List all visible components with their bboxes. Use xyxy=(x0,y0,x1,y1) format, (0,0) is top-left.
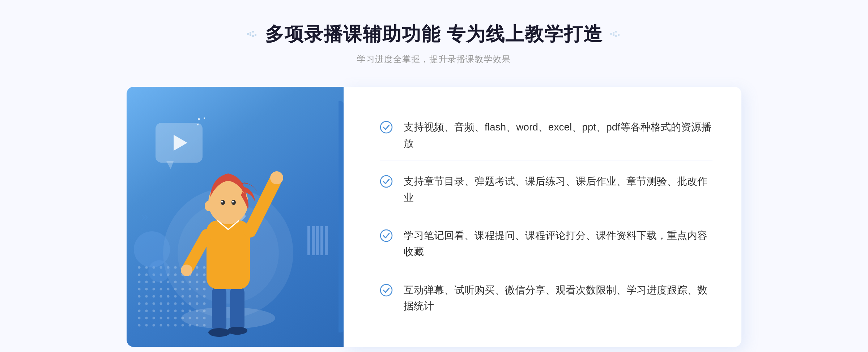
svg-point-129 xyxy=(380,121,392,133)
svg-point-122 xyxy=(232,201,234,203)
svg-point-111 xyxy=(227,327,247,335)
feature-text-2: 支持章节目录、弹题考试、课后练习、课后作业、章节测验、批改作业 xyxy=(404,173,712,206)
svg-rect-9 xyxy=(613,34,614,36)
feature-text-3: 学习笔记回看、课程提问、课程评论打分、课件资料下载，重点内容收藏 xyxy=(404,228,712,260)
svg-point-43 xyxy=(145,288,148,291)
svg-rect-6 xyxy=(610,33,612,35)
features-panel: 支持视频、音频、flash、word、excel、ppt、pdf等各种格式的资源… xyxy=(344,87,741,347)
svg-point-92 xyxy=(138,324,141,327)
feature-text-1: 支持视频、音频、flash、word、excel、ppt、pdf等各种格式的资源… xyxy=(404,119,712,152)
svg-point-54 xyxy=(153,295,155,298)
svg-point-132 xyxy=(380,284,392,296)
feature-item-4: 互动弹幕、试听购买、微信分享、观看次数限制、学习进度跟踪、数据统计 xyxy=(380,274,712,323)
svg-point-114 xyxy=(270,171,283,184)
svg-point-32 xyxy=(138,281,141,283)
check-icon-1 xyxy=(380,121,393,134)
svg-rect-0 xyxy=(247,33,249,35)
svg-point-63 xyxy=(145,302,148,305)
svg-point-119 xyxy=(221,200,225,205)
header-section: 多项录播课辅助功能 专为线上教学打造 学习进度全掌握，提升录播课教学效果 xyxy=(247,22,621,65)
svg-rect-2 xyxy=(252,31,254,33)
svg-point-82 xyxy=(138,317,141,319)
check-icon-3 xyxy=(380,229,393,242)
svg-rect-11 xyxy=(618,34,620,36)
svg-rect-1 xyxy=(250,32,251,34)
svg-rect-126 xyxy=(316,226,319,255)
svg-point-83 xyxy=(145,317,148,319)
svg-rect-108 xyxy=(212,286,226,332)
svg-point-93 xyxy=(145,324,148,327)
svg-rect-7 xyxy=(613,32,614,34)
svg-point-23 xyxy=(145,274,148,276)
stripe-decoration xyxy=(307,226,329,257)
svg-point-73 xyxy=(145,310,148,312)
svg-point-44 xyxy=(153,288,155,291)
svg-point-64 xyxy=(153,302,155,305)
svg-point-131 xyxy=(380,230,392,241)
svg-rect-4 xyxy=(252,35,254,37)
svg-rect-8 xyxy=(615,31,617,33)
page-container: // Will be rendered via inline script xyxy=(0,0,868,352)
blue-accent-bar xyxy=(339,101,344,332)
feature-item-3: 学习笔记回看、课程提问、课程评论打分、课件资料下载，重点内容收藏 xyxy=(380,219,712,269)
feature-item-1: 支持视频、音频、flash、word、excel、ppt、pdf等各种格式的资源… xyxy=(380,111,712,161)
left-arrow-decoration: » xyxy=(141,209,148,224)
svg-point-102 xyxy=(198,118,200,120)
title-decoration-left xyxy=(247,31,258,38)
page-title: 多项录播课辅助功能 专为线上教学打造 xyxy=(265,22,603,47)
svg-point-104 xyxy=(197,124,199,125)
svg-point-74 xyxy=(153,310,155,312)
check-icon-4 xyxy=(380,284,393,297)
svg-point-130 xyxy=(380,176,392,187)
dots-decoration-right xyxy=(709,47,767,92)
svg-point-84 xyxy=(153,317,155,319)
svg-point-110 xyxy=(208,328,230,337)
svg-point-52 xyxy=(138,295,141,298)
content-section: » dots xyxy=(127,87,741,347)
svg-point-120 xyxy=(231,200,236,205)
svg-point-94 xyxy=(153,324,155,327)
page-subtitle: 学习进度全掌握，提升录播课教学效果 xyxy=(247,53,621,65)
svg-rect-128 xyxy=(325,226,328,255)
svg-point-123 xyxy=(205,201,212,211)
svg-rect-10 xyxy=(615,35,617,37)
circle-decoration-small xyxy=(148,260,170,282)
svg-rect-5 xyxy=(255,34,256,36)
svg-point-72 xyxy=(138,310,141,312)
svg-rect-127 xyxy=(320,226,323,255)
svg-point-22 xyxy=(138,274,141,276)
character-illustration xyxy=(159,130,297,347)
illustration-card: dots xyxy=(127,87,344,347)
dots-decoration-left: // Will be rendered via inline script xyxy=(101,47,159,92)
svg-rect-125 xyxy=(312,226,315,255)
feature-text-4: 互动弹幕、试听购买、微信分享、观看次数限制、学习进度跟踪、数据统计 xyxy=(404,282,712,315)
svg-rect-3 xyxy=(250,34,251,36)
svg-point-121 xyxy=(221,201,223,203)
svg-point-53 xyxy=(145,295,148,298)
title-decoration-right xyxy=(610,31,621,38)
svg-point-103 xyxy=(204,117,205,119)
svg-rect-124 xyxy=(307,226,310,255)
chevron-icon: » xyxy=(141,209,148,224)
svg-point-33 xyxy=(145,281,148,283)
svg-rect-109 xyxy=(230,286,244,332)
svg-point-116 xyxy=(181,265,192,276)
feature-item-2: 支持章节目录、弹题考试、课后练习、课后作业、章节测验、批改作业 xyxy=(380,165,712,215)
svg-point-62 xyxy=(138,302,141,305)
svg-rect-112 xyxy=(207,220,250,289)
svg-point-42 xyxy=(138,288,141,291)
title-row: 多项录播课辅助功能 专为线上教学打造 xyxy=(247,22,621,47)
check-icon-2 xyxy=(380,175,393,188)
